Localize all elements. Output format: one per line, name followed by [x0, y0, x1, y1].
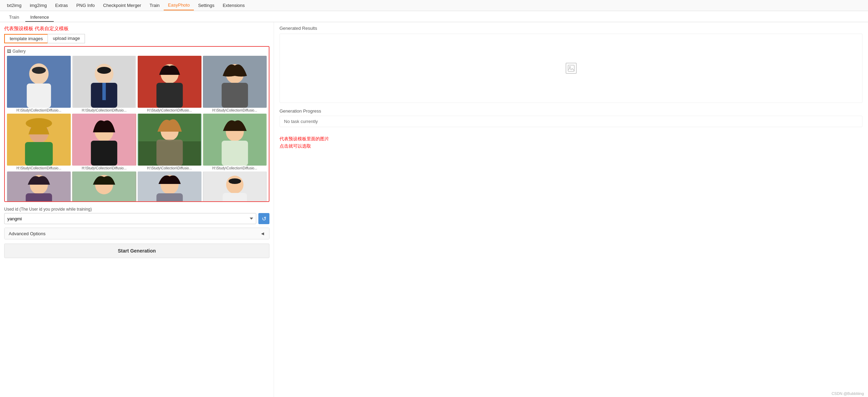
- svg-rect-14: [222, 83, 248, 108]
- start-generation-button[interactable]: Start Generation: [4, 244, 269, 258]
- nav-txt2img[interactable]: txt2img: [3, 1, 26, 10]
- gallery-caption: H:\Study\Collection\Diffusio...: [138, 108, 201, 112]
- gallery-caption: H:\Study\Collection\Diffusio...: [7, 166, 71, 170]
- svg-rect-2: [27, 83, 51, 108]
- svg-rect-25: [156, 140, 183, 166]
- svg-point-8: [97, 67, 111, 74]
- right-annotation-line1: 代表预设模板里面的图片: [280, 135, 862, 143]
- svg-rect-31: [26, 193, 52, 202]
- top-navigation: txt2img img2img Extras PNG Info Checkpoi…: [0, 0, 868, 11]
- tab-train[interactable]: Train: [4, 13, 24, 22]
- gallery-item[interactable]: H:\Study\Collection\Diffusio...: [72, 56, 136, 112]
- gallery-caption: H:\Study\Collection\Diffusio...: [138, 166, 201, 170]
- svg-rect-36: [156, 193, 183, 202]
- user-id-label: Used id (The User id you provide while t…: [4, 207, 269, 212]
- nav-settings[interactable]: Settings: [194, 1, 218, 10]
- gallery-item[interactable]: H:\Study\Collection\Diffusio...: [7, 114, 71, 170]
- advanced-options-arrow-icon: ◄: [260, 231, 265, 236]
- generated-results-box: [280, 34, 862, 103]
- tab-template-images[interactable]: template images: [4, 34, 48, 43]
- svg-rect-21: [91, 141, 117, 166]
- svg-rect-7: [102, 83, 106, 100]
- gallery-caption: H:\Study\Collection\Diffusio...: [7, 108, 71, 112]
- gallery-item[interactable]: H:\Study\Collection\Diffusio...: [138, 56, 201, 112]
- gallery-caption: H:\Study\Collection\Diffusio...: [72, 108, 136, 112]
- nav-train[interactable]: Train: [145, 1, 164, 10]
- gallery-item[interactable]: H:\Study\Collection\Diffusio...: [138, 114, 201, 170]
- right-annotation-line2: 点击就可以选取: [280, 143, 862, 150]
- tab-upload-image[interactable]: upload image: [48, 34, 85, 43]
- image-placeholder-icon: [566, 63, 577, 74]
- left-panel: 代表预设模板 代表自定义模板 template images upload im…: [0, 22, 274, 397]
- gallery-caption: H:\Study\Collection\Diffusio...: [203, 166, 267, 170]
- gallery-caption: H:\Study\Collection\Diffusio...: [203, 108, 267, 112]
- svg-point-42: [569, 67, 570, 68]
- right-panel: Generated Results Generation Progress No…: [274, 22, 868, 397]
- no-task-text: No task currently: [284, 119, 318, 124]
- tab-inference[interactable]: Inference: [25, 13, 54, 22]
- nav-img2img[interactable]: img2img: [26, 1, 51, 10]
- generation-progress-box: No task currently: [280, 116, 862, 127]
- gallery-item[interactable]: H:\Study\Collection\Diffusio...: [7, 56, 71, 112]
- gallery-icon: 🖼: [7, 49, 11, 54]
- user-id-select[interactable]: yangmi: [4, 213, 256, 224]
- right-annotation: 代表预设模板里面的图片 点击就可以选取: [280, 135, 862, 150]
- nav-extras[interactable]: Extras: [51, 1, 72, 10]
- advanced-options-section: Advanced Options ◄: [4, 228, 269, 239]
- template-tab-group: template images upload image: [4, 34, 269, 43]
- gallery-container[interactable]: 🖼 Gallery H:\Study\Collection\Diffusio..: [4, 46, 269, 202]
- gallery-item[interactable]: [138, 171, 201, 202]
- generated-results-title: Generated Results: [280, 26, 862, 31]
- gallery-caption: H:\Study\Collection\Diffusio...: [72, 166, 136, 170]
- generated-results-section: Generated Results: [280, 26, 862, 103]
- svg-rect-18: [25, 142, 53, 166]
- gallery-item[interactable]: [72, 171, 136, 202]
- nav-easyphoto[interactable]: EasyPhoto: [164, 0, 194, 10]
- advanced-options-header[interactable]: Advanced Options ◄: [5, 228, 269, 239]
- refresh-button[interactable]: ↺: [258, 213, 269, 224]
- sub-tab-bar: Train Inference: [0, 11, 868, 22]
- user-id-row: yangmi ↺: [4, 213, 269, 224]
- svg-rect-41: [568, 65, 574, 71]
- generation-progress-title: Generation Progress: [280, 108, 862, 114]
- main-layout: 代表预设模板 代表自定义模板 template images upload im…: [0, 22, 868, 397]
- annotation-text: 代表预设模板 代表自定义模板: [4, 26, 269, 32]
- gallery-item[interactable]: [203, 171, 267, 202]
- svg-rect-39: [223, 193, 247, 202]
- gallery-label: 🖼 Gallery: [7, 49, 267, 54]
- svg-point-40: [229, 178, 241, 184]
- footer: CSDN @Bubbliiing: [832, 391, 864, 396]
- svg-point-3: [32, 67, 46, 74]
- gallery-item[interactable]: H:\Study\Collection\Diffusio...: [203, 56, 267, 112]
- generation-progress-section: Generation Progress No task currently: [280, 108, 862, 127]
- nav-extensions[interactable]: Extensions: [218, 1, 249, 10]
- gallery-item[interactable]: [7, 171, 71, 202]
- svg-rect-11: [156, 83, 183, 108]
- gallery-item[interactable]: H:\Study\Collection\Diffusio...: [72, 114, 136, 170]
- user-id-section: Used id (The User id you provide while t…: [4, 207, 269, 224]
- gallery-item[interactable]: H:\Study\Collection\Diffusio...: [203, 114, 267, 170]
- nav-png-info[interactable]: PNG Info: [72, 1, 99, 10]
- advanced-options-label: Advanced Options: [9, 231, 45, 236]
- nav-checkpoint-merger[interactable]: Checkpoint Merger: [99, 1, 145, 10]
- gallery-grid: H:\Study\Collection\Diffusio... H:\Stud: [7, 56, 267, 202]
- svg-rect-28: [222, 141, 248, 166]
- svg-point-38: [226, 176, 243, 194]
